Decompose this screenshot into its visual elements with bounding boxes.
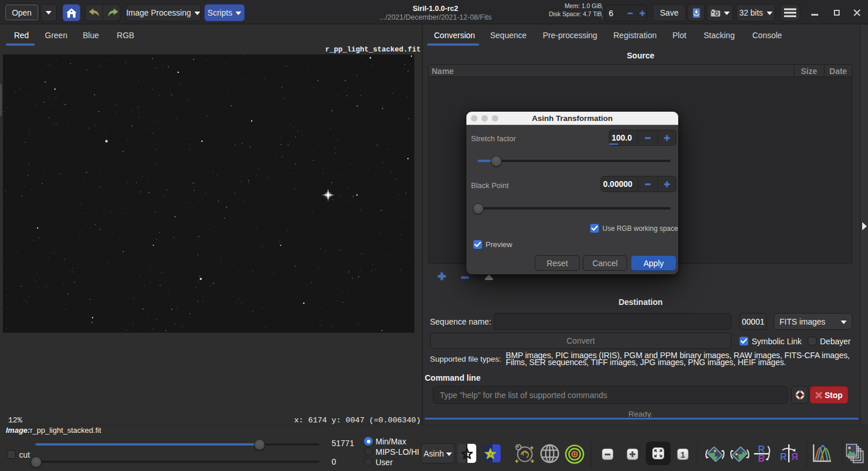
svg-text:R: R [780, 452, 787, 462]
svg-text:R: R [791, 452, 798, 462]
svg-text:B: B [758, 453, 765, 463]
svg-text:R: R [758, 444, 765, 454]
